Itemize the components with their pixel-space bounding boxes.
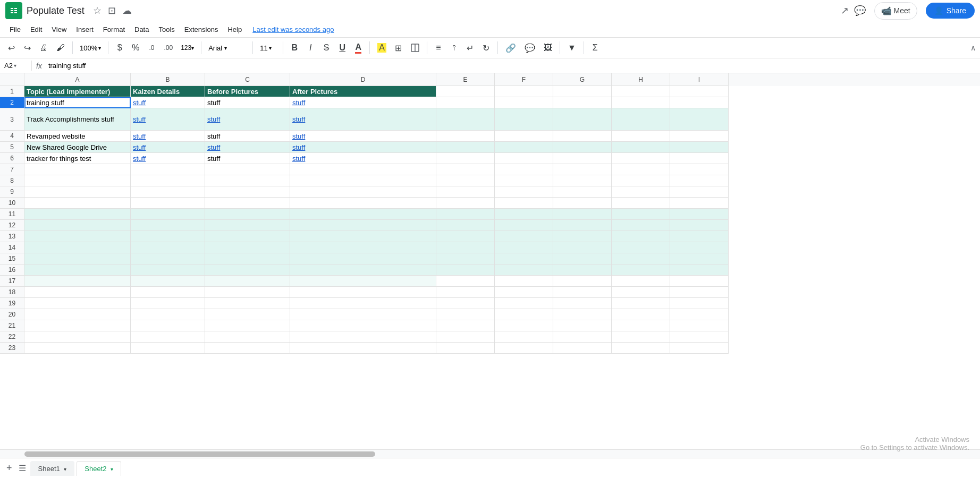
cell-b4[interactable]: stuff [131,131,205,142]
function-button[interactable]: Σ [588,41,602,55]
row-num-6[interactable]: 6 [0,153,24,164]
cell-b2[interactable]: stuff [131,97,205,108]
cell-a2[interactable]: training stuff [24,97,131,108]
menu-view[interactable]: View [47,23,71,36]
cell-b6[interactable]: stuff [131,153,205,164]
cell-e2[interactable] [436,97,495,108]
cell-g2[interactable] [553,97,612,108]
cell-d3[interactable]: stuff [290,108,436,131]
col-header-a[interactable]: A [24,73,131,86]
cell-c5[interactable]: stuff [205,142,290,153]
cell-f2[interactable] [495,97,553,108]
text-color-button[interactable]: A [351,40,365,56]
col-header-i[interactable]: I [670,73,729,86]
cell-b3[interactable]: stuff [131,108,205,131]
comments-icon[interactable]: 💬 [854,5,866,16]
cell-h5[interactable] [612,142,670,153]
row-num-9[interactable]: 9 [0,186,24,198]
cell-f5[interactable] [495,142,553,153]
col-header-e[interactable]: E [436,73,495,86]
halign-button[interactable]: ≡ [432,41,445,55]
cell-b1[interactable]: Kaizen Details [131,86,205,97]
cell-c4[interactable]: stuff [205,131,290,142]
cell-d6[interactable]: stuff [290,153,436,164]
cell-e5[interactable] [436,142,495,153]
row-num-21[interactable]: 21 [0,320,24,331]
cell-f6[interactable] [495,153,553,164]
cell-ref-dropdown[interactable]: ▾ [14,63,16,69]
cell-h2[interactable] [612,97,670,108]
row-num-22[interactable]: 22 [0,331,24,343]
row-num-3[interactable]: 3 [0,108,24,131]
cell-d5[interactable]: stuff [290,142,436,153]
row-num-2[interactable]: 2 [0,97,24,108]
cell-a4[interactable]: Revamped website [24,131,131,142]
cell-f4[interactable] [495,131,553,142]
last-edit-link[interactable]: Last edit was seconds ago [252,25,334,33]
cell-d4[interactable]: stuff [290,131,436,142]
borders-button[interactable]: ⊞ [392,41,405,55]
redo-button[interactable]: ↪ [20,41,34,55]
decimal-less-button[interactable]: .0 [145,42,158,54]
merge-button[interactable] [408,41,423,54]
cell-reference[interactable]: A2 ▾ [0,61,32,71]
print-button[interactable]: 🖨 [36,41,51,55]
font-select[interactable]: Arial ▾ [206,42,248,54]
row-num-8[interactable]: 8 [0,175,24,186]
menu-insert[interactable]: Insert [72,23,98,36]
col-header-f[interactable]: F [495,73,553,86]
menu-data[interactable]: Data [130,23,153,36]
star-icon[interactable]: ☆ [93,5,102,16]
menu-format[interactable]: Format [99,23,129,36]
cell-h3[interactable] [612,108,670,131]
row-num-17[interactable]: 17 [0,276,24,287]
cell-i5[interactable] [670,142,729,153]
cell-c2[interactable]: stuff [205,97,290,108]
paint-format-button[interactable]: 🖌 [53,41,68,55]
cell-g6[interactable] [553,153,612,164]
cell-g5[interactable] [553,142,612,153]
cell-e1[interactable] [436,86,495,97]
cell-i3[interactable] [670,108,729,131]
font-size-select[interactable]: 11 ▾ [257,42,278,54]
cell-g3[interactable] [553,108,612,131]
formula-input[interactable] [46,61,980,71]
underline-button[interactable]: U [335,41,349,55]
activity-icon[interactable]: ↗ [841,5,849,16]
menu-tools[interactable]: Tools [154,23,179,36]
col-header-c[interactable]: C [205,73,290,86]
row-num-18[interactable]: 18 [0,287,24,298]
horizontal-scrollbar[interactable] [0,449,980,458]
cell-a5[interactable]: New Shared Google Drive [24,142,131,153]
cell-a1[interactable]: Topic (Lead Implementer) [24,86,131,97]
row-num-15[interactable]: 15 [0,253,24,264]
row-num-13[interactable]: 13 [0,231,24,242]
row-num-23[interactable]: 23 [0,343,24,354]
cell-a3[interactable]: Track Accomplishments stuff [24,108,131,131]
col-header-g[interactable]: G [553,73,612,86]
cell-d1[interactable]: After Pictures [290,86,436,97]
toolbar-expand-button[interactable]: ∧ [970,44,976,52]
row-num-10[interactable]: 10 [0,198,24,209]
row-num-14[interactable]: 14 [0,242,24,253]
cell-e4[interactable] [436,131,495,142]
bold-button[interactable]: B [288,41,301,55]
row-num-7[interactable]: 7 [0,164,24,175]
scroll-thumb[interactable] [24,451,375,457]
cell-h4[interactable] [612,131,670,142]
row-num-5[interactable]: 5 [0,142,24,153]
row-num-11[interactable]: 11 [0,209,24,220]
undo-button[interactable]: ↩ [4,41,18,55]
cell-b5[interactable]: stuff [131,142,205,153]
cell-g1[interactable] [553,86,612,97]
image-button[interactable]: 🖼 [540,41,555,55]
zoom-select[interactable]: 100% ▾ [77,42,104,54]
cell-i4[interactable] [670,131,729,142]
cell-i2[interactable] [670,97,729,108]
percent-button[interactable]: % [129,41,142,55]
cell-c3[interactable]: stuff [205,108,290,131]
cell-e3[interactable] [436,108,495,131]
cell-i1[interactable] [670,86,729,97]
currency-button[interactable]: $ [113,41,126,55]
menu-help[interactable]: Help [223,23,246,36]
